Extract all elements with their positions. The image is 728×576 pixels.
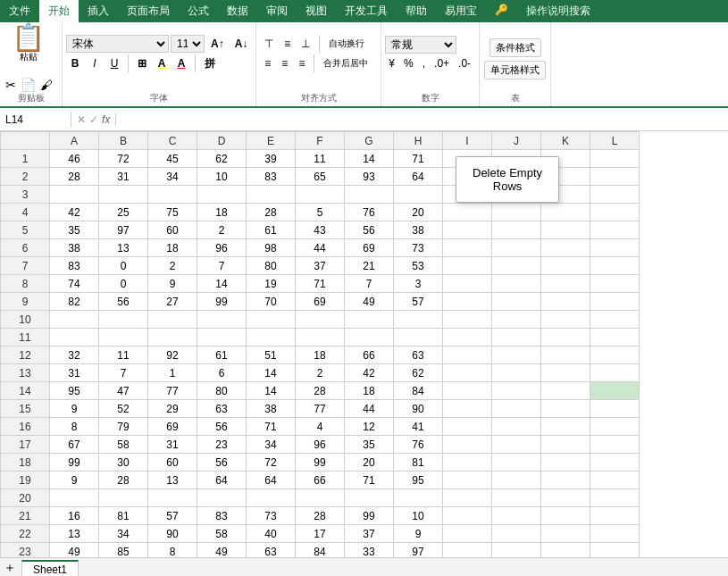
cell-F21[interactable]: 28	[296, 507, 345, 525]
cell-D5[interactable]: 2	[197, 221, 247, 239]
cell-D23[interactable]: 49	[197, 543, 247, 558]
cell-H11[interactable]	[394, 329, 443, 346]
cell-J23[interactable]	[492, 543, 541, 558]
fill-color-button[interactable]: A	[153, 55, 171, 71]
sheet-table-wrapper[interactable]: ABCDEFGHIJKL1467245623911147122831341083…	[0, 131, 728, 557]
top-align-button[interactable]: ⊤	[260, 36, 278, 52]
cell-C15[interactable]: 29	[148, 400, 197, 418]
cell-H2[interactable]: 64	[394, 168, 443, 186]
cell-A16[interactable]: 8	[50, 418, 99, 436]
cell-K21[interactable]	[541, 507, 590, 525]
row-number-19[interactable]: 19	[1, 472, 50, 489]
cell-H22[interactable]: 9	[394, 525, 443, 543]
cell-G9[interactable]: 49	[345, 293, 394, 311]
cell-D21[interactable]: 83	[197, 507, 247, 525]
special-font-button[interactable]: 拼	[200, 54, 220, 73]
cell-F23[interactable]: 84	[296, 543, 345, 558]
cell-D17[interactable]: 23	[197, 436, 247, 454]
cell-F9[interactable]: 69	[296, 293, 345, 311]
currency-button[interactable]: ¥	[385, 55, 398, 71]
cell-C16[interactable]: 69	[148, 418, 197, 436]
cell-I15[interactable]	[443, 400, 492, 418]
cell-H20[interactable]	[394, 489, 443, 507]
cell-E7[interactable]: 80	[247, 257, 296, 275]
cell-I17[interactable]	[443, 436, 492, 454]
cell-G23[interactable]: 33	[345, 543, 394, 558]
cell-E11[interactable]	[247, 329, 296, 346]
ribbon-tab-页面布局[interactable]: 页面布局	[118, 0, 179, 22]
cell-I6[interactable]	[443, 239, 492, 257]
cell-D8[interactable]: 14	[197, 275, 247, 293]
cell-C3[interactable]	[148, 186, 197, 204]
cell-I23[interactable]	[443, 543, 492, 558]
cell-G18[interactable]: 20	[345, 454, 394, 472]
cell-C21[interactable]: 57	[148, 507, 197, 525]
cell-B12[interactable]: 11	[99, 346, 148, 364]
cell-L1[interactable]	[590, 150, 640, 168]
cell-F15[interactable]: 77	[296, 400, 345, 418]
decrease-font-button[interactable]: A↓	[230, 36, 253, 52]
row-number-2[interactable]: 2	[1, 168, 50, 186]
cell-D10[interactable]	[197, 311, 247, 329]
cell-K12[interactable]	[541, 346, 590, 364]
cell-G22[interactable]: 37	[345, 525, 394, 543]
cell-E18[interactable]: 72	[247, 454, 296, 472]
cell-K16[interactable]	[541, 418, 590, 436]
add-sheet-button[interactable]: ＋	[4, 560, 16, 576]
cell-G15[interactable]: 44	[345, 400, 394, 418]
col-header-J[interactable]: J	[492, 132, 541, 150]
ribbon-tab-开发工具[interactable]: 开发工具	[336, 0, 397, 22]
cell-E2[interactable]: 83	[247, 168, 296, 186]
cell-C4[interactable]: 75	[148, 204, 197, 221]
cell-B22[interactable]: 34	[99, 525, 148, 543]
cell-B1[interactable]: 72	[99, 150, 148, 168]
row-number-21[interactable]: 21	[1, 507, 50, 525]
cell-F2[interactable]: 65	[296, 168, 345, 186]
cell-B9[interactable]: 56	[99, 293, 148, 311]
cell-E1[interactable]: 39	[247, 150, 296, 168]
cell-H16[interactable]: 41	[394, 418, 443, 436]
cell-I7[interactable]	[443, 257, 492, 275]
cell-E3[interactable]	[247, 186, 296, 204]
ribbon-tab-公式[interactable]: 公式	[179, 0, 218, 22]
cell-B3[interactable]	[99, 186, 148, 204]
cell-I4[interactable]	[443, 204, 492, 221]
cell-K4[interactable]	[541, 204, 590, 221]
font-size-select[interactable]: 11	[171, 35, 205, 53]
cell-F14[interactable]: 28	[296, 382, 345, 400]
cell-G17[interactable]: 35	[345, 436, 394, 454]
cell-B16[interactable]: 79	[99, 418, 148, 436]
col-header-E[interactable]: E	[247, 132, 296, 150]
ribbon-tab-易用宝[interactable]: 易用宝	[436, 0, 486, 22]
cell-J14[interactable]	[492, 382, 541, 400]
cell-H17[interactable]: 76	[394, 436, 443, 454]
cell-F20[interactable]	[296, 489, 345, 507]
cell-F22[interactable]: 17	[296, 525, 345, 543]
cell-H13[interactable]: 62	[394, 364, 443, 382]
cell-H1[interactable]: 71	[394, 150, 443, 168]
cell-B18[interactable]: 30	[99, 454, 148, 472]
cell-I12[interactable]	[443, 346, 492, 364]
cell-J6[interactable]	[492, 239, 541, 257]
cell-A9[interactable]: 82	[50, 293, 99, 311]
cell-I14[interactable]	[443, 382, 492, 400]
cell-I19[interactable]	[443, 472, 492, 489]
row-number-7[interactable]: 7	[1, 257, 50, 275]
cell-E5[interactable]: 61	[247, 221, 296, 239]
middle-align-button[interactable]: ≡	[280, 36, 295, 52]
cell-C12[interactable]: 92	[148, 346, 197, 364]
cell-I13[interactable]	[443, 364, 492, 382]
cell-G1[interactable]: 14	[345, 150, 394, 168]
col-header-G[interactable]: G	[345, 132, 394, 150]
insert-function-icon[interactable]: fx	[102, 113, 110, 126]
row-number-23[interactable]: 23	[1, 543, 50, 558]
cell-D14[interactable]: 80	[197, 382, 247, 400]
cell-D7[interactable]: 7	[197, 257, 247, 275]
cell-K17[interactable]	[541, 436, 590, 454]
cell-L19[interactable]	[590, 472, 640, 489]
cell-G13[interactable]: 42	[345, 364, 394, 382]
cell-A12[interactable]: 32	[50, 346, 99, 364]
row-number-1[interactable]: 1	[1, 150, 50, 168]
cell-K23[interactable]	[541, 543, 590, 558]
cell-H10[interactable]	[394, 311, 443, 329]
